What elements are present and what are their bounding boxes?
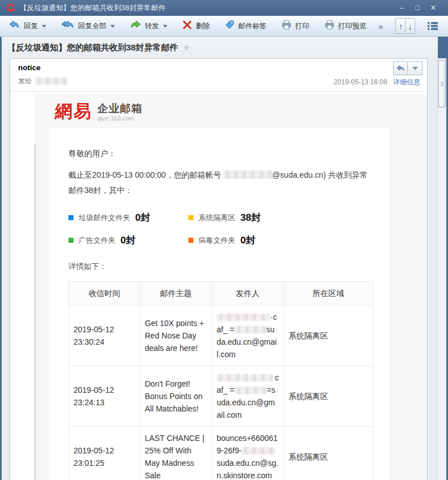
forward-icon bbox=[129, 19, 142, 33]
message-nav-group: ↑ ↓ bbox=[395, 18, 415, 34]
details-link[interactable]: 详细信息 bbox=[393, 78, 420, 86]
cell-zone: 系统隔离区 bbox=[284, 366, 373, 427]
stat-label: 广告文件夹 bbox=[79, 235, 115, 246]
to-label: 发给 bbox=[18, 76, 32, 86]
list-icon bbox=[427, 20, 439, 32]
quick-reply-button[interactable] bbox=[393, 61, 408, 75]
recipient-row: 发给 bbox=[18, 76, 68, 86]
redacted-sender-part bbox=[242, 447, 275, 455]
reply-arrow-icon bbox=[396, 65, 405, 72]
toolbar-button-label: 打印 bbox=[295, 22, 309, 31]
table-row: 2019-05-12 23:01:25LAST CHANCE | 25% Off… bbox=[69, 427, 373, 480]
wrapper-left-border bbox=[35, 144, 36, 480]
cell-received-time: 2019-05-12 23:01:25 bbox=[69, 427, 140, 480]
stat-value: 0封 bbox=[135, 211, 150, 224]
toolbar-button-label: 回复全部 bbox=[78, 22, 106, 31]
reply-button[interactable]: 回复 bbox=[6, 17, 49, 35]
message-datetime: 2019-05-13 16:08 bbox=[334, 78, 387, 86]
reply-icon bbox=[8, 19, 21, 33]
chevron-down-icon bbox=[412, 67, 418, 70]
maximize-icon: □ bbox=[415, 3, 420, 12]
greeting-text: 尊敬的用户： bbox=[68, 149, 372, 159]
delete-button[interactable]: 删除 bbox=[179, 18, 212, 35]
brand-header: 網易 企业邮箱 qiye.163.com bbox=[55, 101, 143, 122]
window-title: 【反垃圾通知】您的邮箱共收到38封异常邮件 bbox=[20, 3, 166, 13]
brand-product: 企业邮箱 bbox=[97, 103, 143, 114]
stat-color-square bbox=[188, 215, 193, 220]
email-wrapper: 網易 企业邮箱 qiye.163.com 尊敬的用户： 截止至2019-05-1… bbox=[35, 94, 427, 480]
toolbar-button-label: 打印预览 bbox=[338, 22, 367, 31]
print-button[interactable]: 打印 bbox=[278, 18, 312, 35]
delete-icon bbox=[182, 19, 193, 33]
toolbar-overflow-button[interactable]: » bbox=[378, 22, 383, 31]
brand-domain: qiye.163.com bbox=[97, 115, 143, 122]
minimize-button[interactable]: – bbox=[394, 2, 410, 14]
stat-value: 38封 bbox=[240, 211, 261, 224]
cell-subject: LAST CHANCE | 25% Off With May Madness S… bbox=[140, 427, 212, 480]
vertical-scrollbar[interactable] bbox=[437, 58, 446, 480]
column-header: 邮件主题 bbox=[140, 282, 212, 306]
email-body: 網易 企业邮箱 qiye.163.com 尊敬的用户： 截止至2019-05-1… bbox=[11, 92, 427, 480]
redacted-account bbox=[223, 170, 272, 179]
print-preview-button[interactable]: 打印预览 bbox=[321, 18, 369, 35]
reply-options-button[interactable] bbox=[408, 61, 423, 75]
minimize-icon: – bbox=[399, 3, 403, 12]
toolbar-button-label: 删除 bbox=[196, 22, 210, 31]
tag-button[interactable]: 邮件标签 bbox=[222, 18, 269, 35]
reply-all-button[interactable]: 回复全部 bbox=[58, 17, 117, 35]
message-panel: notice 发给 2019-05-13 16:08 详细信息 bbox=[10, 58, 428, 480]
redacted-sender-part bbox=[217, 314, 270, 321]
title-bar: 【反垃圾通知】您的邮箱共收到38封异常邮件 –□✕ bbox=[0, 0, 448, 16]
stat-color-square bbox=[68, 238, 74, 243]
previous-message-button[interactable]: ↑ bbox=[396, 19, 405, 33]
main-toolbar: 回复回复全部转发删除邮件标签打印打印预览 » ↑ ↓ bbox=[0, 16, 448, 37]
redacted-sender-part bbox=[235, 387, 267, 394]
toolbar-button-label: 转发 bbox=[145, 22, 159, 31]
chevron-down-icon[interactable] bbox=[163, 25, 167, 28]
cell-subject: Don't Forget! Bonus Points on All Matcha… bbox=[140, 366, 212, 427]
chevron-down-icon[interactable] bbox=[110, 25, 115, 28]
client-area: 【反垃圾通知】您的邮箱共收到38封异常邮件 ★ notice 发给 2019-0… bbox=[2, 37, 438, 480]
stat-item: 广告文件夹0封 bbox=[68, 234, 188, 247]
subject-bar: 【反垃圾通知】您的邮箱共收到38封异常邮件 ★ bbox=[2, 37, 438, 58]
star-icon[interactable]: ★ bbox=[183, 42, 190, 53]
cell-sender: caf_ ==suda.edu.cn@gmail.com bbox=[212, 366, 284, 427]
stat-item: 系统隔离区38封 bbox=[188, 211, 372, 224]
sender-name: notice bbox=[18, 63, 41, 72]
toolbar-button-label: 邮件标签 bbox=[238, 22, 266, 31]
stat-item: 垃圾邮件文件夹0封 bbox=[68, 211, 188, 224]
table-row: 2019-05-12 23:30:24Get 10X points + Red … bbox=[69, 306, 373, 366]
tag-icon bbox=[224, 19, 235, 33]
stat-color-square bbox=[68, 215, 74, 220]
column-header: 收信时间 bbox=[69, 282, 140, 306]
next-message-button[interactable]: ↓ bbox=[405, 19, 415, 33]
cell-zone: 系统隔离区 bbox=[284, 306, 373, 366]
redacted-recipient bbox=[35, 78, 68, 85]
cell-zone: 系统隔离区 bbox=[284, 427, 373, 480]
chevron-down-icon[interactable] bbox=[42, 25, 46, 28]
window-controls: –□✕ bbox=[394, 2, 448, 14]
cell-sender: bounces+6600619-26f9-suda.edu.cn@sg.n.sk… bbox=[212, 427, 284, 480]
print-icon bbox=[281, 19, 292, 33]
app-logo-icon bbox=[5, 3, 15, 13]
stats-grid: 垃圾邮件文件夹0封系统隔离区38封广告文件夹0封病毒文件夹0封 bbox=[68, 211, 372, 247]
scrollbar-grip bbox=[441, 82, 443, 87]
maximize-button[interactable]: □ bbox=[410, 2, 425, 14]
message-list-button[interactable] bbox=[427, 20, 439, 32]
stat-label: 病毒文件夹 bbox=[199, 235, 235, 246]
close-button[interactable]: ✕ bbox=[425, 2, 441, 14]
stat-label: 垃圾邮件文件夹 bbox=[79, 213, 130, 223]
cell-subject: Get 10X points + Red Nose Day deals are … bbox=[140, 306, 212, 366]
message-subject: 【反垃圾通知】您的邮箱共收到38封异常邮件 bbox=[7, 42, 178, 53]
stat-label: 系统隔离区 bbox=[199, 213, 235, 223]
forward-button[interactable]: 转发 bbox=[127, 17, 170, 35]
netease-logo: 網易 bbox=[55, 101, 92, 121]
header-buttons bbox=[393, 61, 423, 75]
quarantine-table: 收信时间邮件主题发件人所在区域 2019-05-12 23:30:24Get 1… bbox=[68, 281, 373, 480]
message-meta: 2019-05-13 16:08 详细信息 bbox=[334, 78, 420, 87]
stat-color-square bbox=[188, 238, 193, 243]
toolbar-button-label: 回复 bbox=[24, 22, 38, 31]
details-label: 详情如下： bbox=[68, 262, 372, 272]
scrollbar-thumb[interactable] bbox=[438, 60, 446, 108]
stat-value: 0封 bbox=[120, 234, 135, 247]
